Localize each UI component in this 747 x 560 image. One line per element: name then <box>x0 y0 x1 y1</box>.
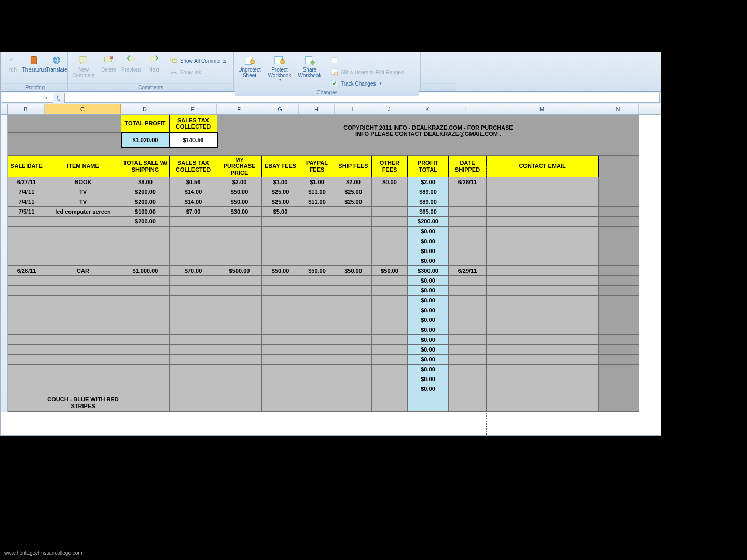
cell[interactable] <box>449 286 487 296</box>
cell[interactable]: OTHER FEES <box>372 156 408 177</box>
cell[interactable] <box>599 156 639 177</box>
cell[interactable]: SALES TAX COLLECTED <box>170 115 217 133</box>
cell[interactable] <box>487 305 599 315</box>
table-row[interactable]: $0.00 <box>8 384 639 394</box>
cell[interactable] <box>8 384 45 394</box>
cell[interactable] <box>372 197 408 207</box>
table-row[interactable]: 6/28/11CAR$1,000.00$70.00$500.00$50.00$5… <box>8 266 639 276</box>
cell[interactable] <box>487 246 599 256</box>
cell[interactable] <box>487 355 599 365</box>
cell[interactable] <box>217 365 262 374</box>
cell[interactable]: $0.00 <box>408 384 449 394</box>
new-comment-button[interactable]: New Comment <box>69 53 98 78</box>
cell[interactable] <box>121 276 170 286</box>
cell[interactable] <box>217 286 262 296</box>
cell[interactable] <box>217 217 262 227</box>
cell[interactable] <box>487 276 599 286</box>
cell[interactable] <box>45 374 121 384</box>
cell[interactable] <box>299 315 335 325</box>
cell[interactable] <box>487 207 599 217</box>
cell[interactable] <box>487 177 599 187</box>
cell[interactable] <box>372 374 408 384</box>
cell[interactable] <box>487 286 599 296</box>
cell[interactable] <box>121 305 170 315</box>
cell[interactable]: $0.00 <box>408 246 449 256</box>
cell[interactable] <box>45 276 121 286</box>
cell[interactable] <box>372 276 408 286</box>
column-header-L[interactable]: L <box>448 104 486 114</box>
table-row[interactable]: $0.00 <box>8 276 639 286</box>
cell[interactable] <box>217 256 262 266</box>
cell[interactable] <box>262 374 299 384</box>
cell[interactable] <box>45 335 121 345</box>
cell[interactable]: PAYPAL FEES <box>299 156 335 177</box>
cell[interactable]: $1.00 <box>262 177 299 187</box>
cell[interactable] <box>217 374 262 384</box>
cell[interactable] <box>449 227 487 236</box>
cell[interactable] <box>449 384 487 394</box>
cell[interactable] <box>372 217 408 227</box>
cell[interactable] <box>217 305 262 315</box>
cell[interactable] <box>299 374 335 384</box>
cell[interactable] <box>299 296 335 305</box>
cell[interactable] <box>487 374 599 384</box>
table-row[interactable]: $0.00 <box>8 345 639 355</box>
cell[interactable] <box>170 335 217 345</box>
show-all-comments-button[interactable]: Show All Comments <box>168 55 228 66</box>
cell[interactable] <box>372 355 408 365</box>
cell[interactable] <box>8 147 639 156</box>
cell[interactable]: $0.00 <box>372 177 408 187</box>
cell[interactable] <box>8 115 45 133</box>
cell[interactable] <box>8 305 45 315</box>
cell[interactable] <box>335 256 372 266</box>
cell[interactable]: 7/4/11 <box>8 187 45 197</box>
cell[interactable] <box>217 296 262 305</box>
cell[interactable] <box>599 286 639 296</box>
cell[interactable] <box>45 236 121 246</box>
cell[interactable] <box>449 365 487 374</box>
cell[interactable]: $140.56 <box>170 133 217 147</box>
cell[interactable] <box>449 296 487 305</box>
cell[interactable]: $200.00 <box>121 217 170 227</box>
cell[interactable] <box>487 365 599 374</box>
row-headers[interactable] <box>1 115 8 412</box>
cell[interactable] <box>599 296 639 305</box>
cell[interactable] <box>335 305 372 315</box>
cell[interactable] <box>121 374 170 384</box>
cell[interactable] <box>599 394 639 412</box>
cell[interactable] <box>217 355 262 365</box>
protect-and-share-button[interactable]: x <box>328 55 406 66</box>
cell[interactable] <box>8 315 45 325</box>
cell[interactable] <box>170 227 217 236</box>
cell[interactable] <box>170 315 217 325</box>
column-headers[interactable]: BCDEFGHIJKLMN <box>1 104 661 115</box>
cell[interactable]: $0.00 <box>408 256 449 266</box>
cell[interactable] <box>170 276 217 286</box>
cell[interactable] <box>487 236 599 246</box>
column-header-I[interactable]: I <box>335 104 371 114</box>
cell[interactable] <box>487 217 599 227</box>
cell[interactable] <box>449 207 487 217</box>
cell[interactable] <box>372 256 408 266</box>
cell[interactable] <box>121 345 170 355</box>
table-row[interactable]: $0.00 <box>8 374 639 384</box>
cell[interactable] <box>599 266 639 276</box>
cell[interactable] <box>262 335 299 345</box>
cell[interactable]: $0.00 <box>408 335 449 345</box>
cell[interactable] <box>449 256 487 266</box>
spellcheck-button[interactable]: ✓ rch <box>4 53 22 73</box>
cell[interactable]: $25.00 <box>262 187 299 197</box>
cell[interactable]: $0.56 <box>170 177 217 187</box>
cell[interactable] <box>372 335 408 345</box>
cell[interactable] <box>299 236 335 246</box>
table-row[interactable]: $0.00 <box>8 256 639 266</box>
table-row[interactable]: $0.00 <box>8 365 639 374</box>
cell[interactable]: $50.00 <box>217 187 262 197</box>
cell[interactable] <box>335 296 372 305</box>
protect-workbook-button[interactable]: Protect Workbook ▼ <box>265 53 294 82</box>
cell[interactable] <box>449 305 487 315</box>
cell[interactable] <box>372 286 408 296</box>
cell[interactable]: DATE SHIPPED <box>449 156 487 177</box>
cell[interactable] <box>170 296 217 305</box>
cell[interactable] <box>262 365 299 374</box>
